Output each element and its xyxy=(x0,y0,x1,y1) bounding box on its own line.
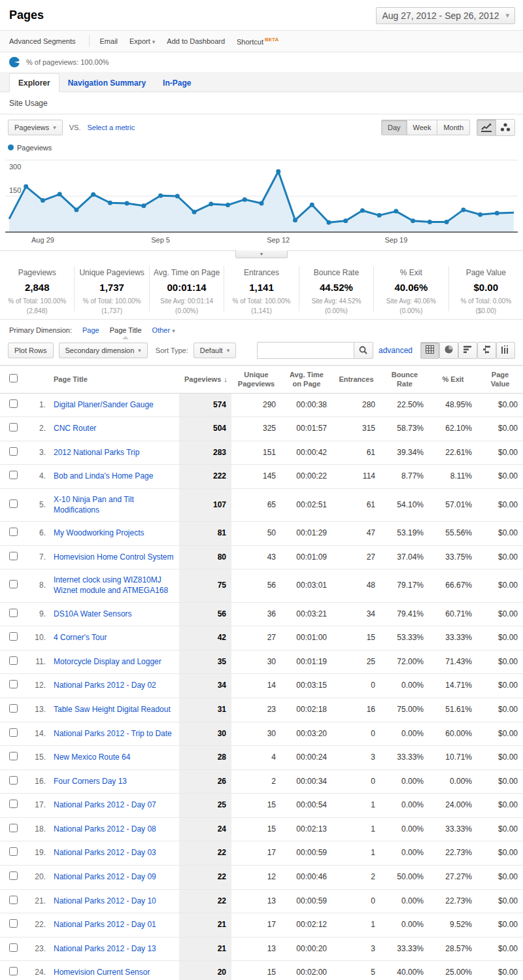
page-title-link[interactable]: National Parks 2012 - Day 09 xyxy=(54,872,156,881)
page-title-link[interactable]: DS10A Water Sensors xyxy=(54,609,132,618)
tab-in-page[interactable]: In-Page xyxy=(154,74,199,92)
header-bounce-rate[interactable]: Bounce Rate xyxy=(380,366,429,394)
page-title-link[interactable]: National Parks 2012 - Trip to Date xyxy=(54,729,172,738)
row-checkbox[interactable] xyxy=(9,528,18,536)
page-title-link[interactable]: National Parks 2012 - Day 02 xyxy=(54,681,156,690)
chart-point[interactable] xyxy=(428,220,432,224)
select-a-metric-link[interactable]: Select a metric xyxy=(87,124,135,131)
header-pageviews[interactable]: Pageviews↓ xyxy=(179,366,231,394)
table-view-button[interactable] xyxy=(420,342,439,359)
performance-view-button[interactable] xyxy=(458,342,477,359)
row-checkbox[interactable] xyxy=(9,800,18,808)
page-title-link[interactable]: New Mexico Route 64 xyxy=(54,752,130,762)
page-title-link[interactable]: My Woodworking Projects xyxy=(54,528,144,537)
page-title-link[interactable]: National Parks 2012 - Day 10 xyxy=(54,896,156,905)
chart-point[interactable] xyxy=(495,211,499,216)
page-title-link[interactable]: National Parks 2012 - Day 03 xyxy=(54,848,156,857)
select-all-checkbox[interactable] xyxy=(9,374,18,382)
chart-point[interactable] xyxy=(293,218,297,222)
granularity-day-button[interactable]: Day xyxy=(381,120,407,135)
plot-rows-button[interactable]: Plot Rows xyxy=(8,343,54,358)
header-avg-time[interactable]: Avg. Time on Page xyxy=(281,366,332,394)
page-title-link[interactable]: X-10 Ninja Pan and Tilt Modifications xyxy=(54,495,134,515)
page-title-link[interactable]: Digital Planer/Sander Gauge xyxy=(54,400,154,409)
row-checkbox[interactable] xyxy=(9,447,18,456)
row-checkbox[interactable] xyxy=(9,632,18,641)
chart-point[interactable] xyxy=(478,212,482,217)
dimension-option-other[interactable]: Other ▾ xyxy=(152,326,175,334)
chart-point[interactable] xyxy=(310,203,314,207)
chart-point[interactable] xyxy=(394,209,398,214)
chart-point[interactable] xyxy=(461,207,465,212)
email-button[interactable]: Email xyxy=(100,37,118,45)
header-page-title[interactable]: Page Title xyxy=(48,366,179,394)
row-checkbox[interactable] xyxy=(9,943,18,952)
advanced-search-link[interactable]: advanced xyxy=(379,346,413,355)
page-title-link[interactable]: Homevision Home Control System xyxy=(54,552,173,562)
granularity-month-button[interactable]: Month xyxy=(437,120,470,135)
header-entrances[interactable]: Entrances xyxy=(332,366,380,394)
chart-point[interactable] xyxy=(74,207,78,212)
header-unique-pageviews[interactable]: Unique Pageviews xyxy=(231,366,281,394)
collapse-chart-button[interactable]: ▼ xyxy=(235,250,288,258)
chart-point[interactable] xyxy=(175,194,180,199)
shortcut-button[interactable]: ShortcutBETA xyxy=(237,37,278,46)
row-checkbox[interactable] xyxy=(9,919,18,928)
granularity-week-button[interactable]: Week xyxy=(407,120,438,135)
percentage-view-button[interactable] xyxy=(439,342,458,359)
row-checkbox[interactable] xyxy=(9,824,18,832)
chart-point[interactable] xyxy=(411,218,415,223)
row-checkbox[interactable] xyxy=(9,680,18,688)
tab-navigation-summary[interactable]: Navigation Summary xyxy=(59,74,154,92)
page-title-link[interactable]: Motorcycle Display and Logger xyxy=(54,657,161,666)
pivot-view-button[interactable] xyxy=(496,342,515,359)
page-title-link[interactable]: Homevision Current Sensor xyxy=(54,968,150,977)
chart-point[interactable] xyxy=(91,192,95,197)
advanced-segments-button[interactable]: Advanced Segments xyxy=(9,37,76,45)
chart-point[interactable] xyxy=(343,218,348,223)
page-title-link[interactable]: National Parks 2012 - Day 13 xyxy=(54,944,156,953)
chart-point[interactable] xyxy=(209,202,213,207)
row-checkbox[interactable] xyxy=(9,704,18,713)
chart-point[interactable] xyxy=(24,184,28,189)
row-checkbox[interactable] xyxy=(9,499,18,508)
date-range-selector[interactable]: Aug 27, 2012 - Sep 26, 2012 ▾ xyxy=(376,7,515,24)
header-page-value[interactable]: Page Value xyxy=(477,366,523,394)
metric-select-dropdown[interactable]: Pageviews ▾ xyxy=(8,120,63,135)
page-title-link[interactable]: Four Corners Day 13 xyxy=(54,777,127,786)
chart-point[interactable] xyxy=(192,210,197,214)
page-title-link[interactable]: Bob and Linda's Home Page xyxy=(54,471,153,481)
secondary-dimension-dropdown[interactable]: Secondary dimension ▾ xyxy=(59,343,148,358)
row-checkbox[interactable] xyxy=(9,776,18,785)
page-title-link[interactable]: National Parks 2012 - Day 08 xyxy=(54,824,156,834)
dimension-option-page-title[interactable]: Page Title xyxy=(110,326,142,334)
chart-point[interactable] xyxy=(260,201,264,206)
sort-type-dropdown[interactable]: Default ▾ xyxy=(194,343,236,358)
row-checkbox[interactable] xyxy=(9,728,18,737)
row-checkbox[interactable] xyxy=(9,847,18,856)
line-chart-view-button[interactable] xyxy=(477,119,496,136)
page-title-link[interactable]: National Parks 2012 - Day 07 xyxy=(54,800,156,809)
comparison-view-button[interactable] xyxy=(477,342,496,359)
page-title-link[interactable]: Internet clock using WIZ810MJ Wiznet mod… xyxy=(54,575,168,595)
row-checkbox[interactable] xyxy=(9,896,18,904)
page-title-link[interactable]: Table Saw Height Digital Readout xyxy=(54,705,171,714)
chart-point[interactable] xyxy=(226,203,230,207)
chart-point[interactable] xyxy=(360,209,365,213)
row-checkbox[interactable] xyxy=(9,423,18,431)
tab-explorer[interactable]: Explorer xyxy=(9,73,59,92)
chart-point[interactable] xyxy=(326,220,331,225)
row-checkbox[interactable] xyxy=(9,399,18,408)
dimension-option-page[interactable]: Page xyxy=(82,326,99,334)
search-button[interactable] xyxy=(354,342,373,359)
page-title-link[interactable]: 2012 National Parks Trip xyxy=(54,448,139,457)
page-title-link[interactable]: National Parks 2012 - Day 01 xyxy=(54,920,156,929)
row-checkbox[interactable] xyxy=(9,552,18,560)
search-input[interactable] xyxy=(257,342,354,359)
motion-chart-view-button[interactable] xyxy=(496,119,515,136)
row-checkbox[interactable] xyxy=(9,609,18,617)
row-checkbox[interactable] xyxy=(9,580,18,588)
chart-point[interactable] xyxy=(243,197,247,202)
page-title-link[interactable]: 4 Corner's Tour xyxy=(54,633,107,642)
chart-point[interactable] xyxy=(58,192,62,197)
